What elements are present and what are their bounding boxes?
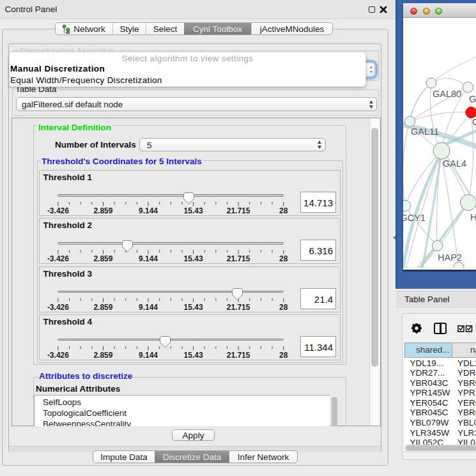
- svg-text:C: C: [472, 117, 476, 127]
- svg-text:HAP2: HAP2: [438, 252, 462, 263]
- svg-text:GA: GA: [469, 94, 476, 104]
- svg-text:GAL80: GAL80: [433, 89, 461, 99]
- svg-text:HS: HS: [470, 212, 476, 222]
- svg-text:GCY1: GCY1: [403, 213, 426, 223]
- svg-text:GAL11: GAL11: [411, 127, 439, 137]
- svg-text:GAL4: GAL4: [443, 158, 466, 169]
